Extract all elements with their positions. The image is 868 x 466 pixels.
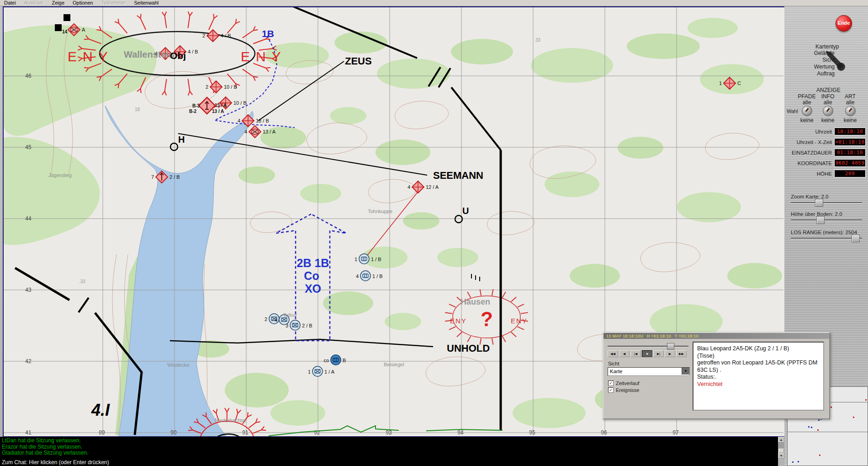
place-label: Niederbachtal [215,418,246,423]
zoom-karte-slider: Zoom Karte: 2.0 [791,194,862,208]
map-annotation: 1B [262,28,274,39]
checkbox-check-icon[interactable]: ✓ [608,380,614,386]
map-annotation: 2B 1B [297,257,329,269]
event-info-line: Status:. [697,374,820,381]
replay-button-0[interactable]: ◀◀ [608,350,618,357]
unit-label: 1 / A [324,369,335,375]
replay-window-titlebar[interactable]: 13 MAY 18:18:10U H +01:18:10 T +01:18:10 [603,333,829,339]
menu-item-auslöser: Auslöser [20,0,48,6]
grid-label-y: 42 [25,358,32,364]
col-art: ART [839,93,862,100]
readout-uhrzeit: Uhrzeit 18:18:10 [784,128,866,135]
hoehe-display: 209 [834,170,866,177]
art-knob[interactable] [845,106,856,116]
hoehe-boden-handle[interactable] [816,216,825,224]
map-annotation: U [462,206,469,216]
unit-label: 13 / A [263,129,276,134]
replay-timeline-track[interactable] [608,346,688,347]
chat-prompt[interactable]: Zum Chat: Hier klicken (oder Enter drück… [2,459,109,466]
unit-label: 4 [356,273,359,279]
map-marker-square [64,14,70,21]
unit-label: 7 [151,174,154,180]
replay-button-5[interactable]: ▶ [665,350,675,357]
minimap-unit-dot [811,427,812,428]
menu-item-datei[interactable]: Datei [0,0,20,6]
dropdown-arrow-icon[interactable]: ▼ [682,368,689,375]
hoehe-boden-track[interactable] [791,220,862,221]
replay-button-3[interactable]: ■ [642,350,652,357]
unit-label: B-2 [189,109,197,114]
place-label: Tohnkuppe [368,209,392,214]
scroll-down-icon[interactable]: ▼ [778,453,784,459]
menu-item-teilnehmer: Teilnehmer [97,0,130,6]
scroll-thumb[interactable] [778,449,784,453]
unit-label: 2 [265,316,267,322]
zeitverlauf-checkbox[interactable]: ✓ Zeitverlauf [608,380,639,386]
replay-button-6[interactable]: ▶▶ [676,350,687,357]
los-range-handle[interactable] [852,235,860,242]
replay-button-4[interactable]: ▶| [653,350,664,357]
art-alle-label: alle [839,99,862,106]
map-annotation: SEEMANN [433,170,483,181]
replay-button-1[interactable]: ◀ [619,350,630,357]
pfade-alle-label: alle [795,99,818,106]
pfade-keine-label: keine [795,117,818,123]
pfade-knob[interactable] [802,106,812,116]
zoom-karte-track[interactable] [791,202,862,204]
view-dropdown[interactable]: Karte ▼ [608,367,690,376]
unit-label: 2 [202,33,205,38]
unit-label: 1 / B [371,257,381,262]
event-info-line: Blau Leopard 2A5-DK (Zug 2 / 1 / B) [697,345,820,353]
minimap-divider [788,432,868,432]
ereignisse-checkbox[interactable]: ✓ Ereignisse [608,387,639,393]
map-annotation: ENY [511,317,528,325]
chat-status-bar[interactable]: Zum Chat: Hier klicken (oder Enter drück… [0,459,778,466]
info-knob[interactable] [823,106,833,116]
readout-einsatzdauer: EINSATZDAUER 01:18:10 [784,149,866,156]
checkbox-check-icon[interactable]: ✓ [608,387,614,393]
map-annotation: ENY [241,49,287,64]
minimap-unit-dot [817,429,819,431]
event-info-line: getroffen von Rot Leopard 1A5-DK (PPTFS … [697,359,820,367]
menu-item-optionen[interactable]: Optionen [69,0,97,6]
grid-label-y: 41 [25,429,32,436]
application-window: DateiAuslöserZeigeOptionenTeilnehmerSeit… [0,0,868,466]
readout-koordinate: KOORDINATE 9602 4059 [784,159,866,167]
koordinate-display: 9602 4059 [834,159,866,167]
unit-label: co [323,358,329,363]
place-label: 18 [135,107,140,112]
chat-log: LtDan hat die Sitzung verlassen.Erazor h… [0,437,778,459]
readout-xzeit: Uhrzeit - X-Zeit +01:18:10 [784,138,866,146]
zoom-karte-handle[interactable] [815,199,823,207]
unit-label: 3 [286,323,288,328]
unit-label: A [82,27,85,32]
replay-button-2[interactable]: |◀ [630,350,641,357]
menu-item-zeige[interactable]: Zeige [48,0,69,6]
unit-label: 1 [355,257,357,262]
event-info-line: (Tisse) [697,353,820,360]
kartentyp-knob-pointer-icon[interactable] [825,49,848,73]
info-keine-label: keine [816,117,839,123]
replay-timeline-handle[interactable] [667,343,674,350]
menu-bar: DateiAuslöserZeigeOptionenTeilnehmerSeit… [0,0,868,6]
minimap-unit-dot [792,461,794,463]
unit-label: 13 / A [212,109,224,114]
unit-label: B [343,358,346,363]
unit-label: B-3 [192,103,200,108]
unit-label: 4 [275,317,277,323]
grid-label-y: 43 [25,287,32,293]
end-button[interactable]: Ende [836,15,852,32]
replay-window: 13 MAY 18:18:10U H +01:18:10 T +01:18:10… [603,332,830,419]
los-range-track[interactable] [791,238,862,239]
unit-label: 10 / B [224,84,237,90]
place-label: Jägerstieg [48,172,72,178]
scroll-up-icon[interactable]: ▲ [778,437,784,443]
unit-label: 2 [206,84,208,90]
chat-scrollbar[interactable]: ▲ ▼ [778,437,784,459]
unit-label: 4 / B [221,33,231,38]
place-label: .33 [79,279,85,284]
event-info-line: Vernichtet [697,381,820,388]
place-label: Wallenstein [124,49,174,59]
menu-item-seitenwahl[interactable]: Seitenwahl [130,0,163,6]
map-annotation: Obj [170,50,186,61]
